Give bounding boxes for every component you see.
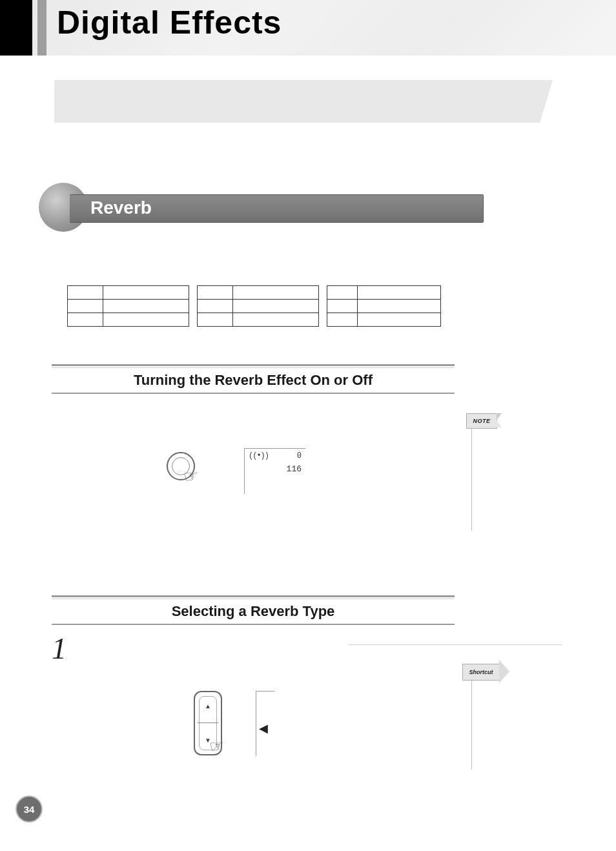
function-rocker-figure: ▲ ▼ ☞ (194, 691, 222, 755)
subsection-rule-1 (52, 364, 455, 368)
lcd-value-top: 0 (297, 451, 302, 460)
table-row (68, 300, 189, 313)
table-row (327, 286, 441, 300)
header-accent-black (0, 0, 32, 56)
subsection-title-onoff: Turning the Reverb Effect On or Off (52, 372, 455, 394)
header-accent-gray (37, 0, 46, 56)
note-flag: NOTE (466, 413, 497, 429)
table-row (327, 313, 441, 327)
page-number-badge: 34 (15, 795, 43, 823)
table-row (68, 286, 189, 300)
step-number-1: 1 (52, 631, 67, 666)
reverb-type-tables (67, 285, 441, 327)
reverb-heading-row: Reverb (39, 192, 452, 221)
table-row (327, 300, 441, 313)
shortcut-flag-stem (471, 679, 472, 770)
table-row (198, 313, 319, 327)
subsection-rule-2 (52, 595, 455, 599)
subsection-title-type: Selecting a Reverb Type (52, 603, 455, 625)
page-header-band: Digital Effects (0, 0, 616, 56)
table-row (198, 286, 319, 300)
reverb-button-figure: ☞ (167, 452, 195, 480)
section-banner (54, 80, 540, 123)
page: Digital Effects Reverb Turning the Rever… (0, 0, 616, 851)
table-row (68, 313, 189, 327)
reverb-table-3 (327, 285, 441, 327)
lcd-readout-type: ◀ (256, 691, 274, 756)
reverb-table-2 (197, 285, 319, 327)
hand-icon: ☞ (181, 465, 200, 487)
note-flag-stem (471, 427, 472, 531)
triangle-up-icon: ▲ (195, 702, 221, 710)
lcd-readout-onoff: ((•)) 0 116 (244, 448, 305, 494)
reverb-waves-icon: ((•)) (249, 451, 269, 460)
step-rule (349, 644, 562, 645)
table-row (198, 300, 319, 313)
left-arrow-icon: ◀ (259, 721, 268, 735)
lcd-value-bottom: 116 (249, 460, 302, 474)
page-title: Digital Effects (57, 4, 282, 41)
reverb-heading-text: Reverb (90, 194, 152, 221)
reverb-table-1 (67, 285, 189, 327)
hand-icon: ☞ (207, 735, 225, 757)
shortcut-flag: Shortcut (462, 664, 500, 681)
shortcut-arrow-icon (499, 660, 509, 683)
